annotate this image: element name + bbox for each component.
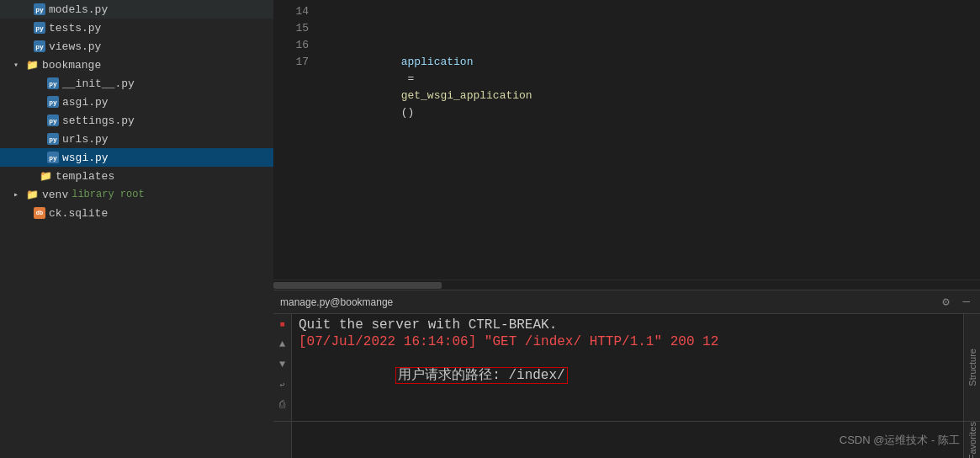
minimize-icon[interactable]: — bbox=[960, 293, 973, 311]
watermark: CSDN @运维技术 - 陈工 bbox=[840, 433, 960, 448]
line-numbers: 14 15 16 17 bbox=[273, 3, 315, 280]
scroll-up-icon[interactable]: ▲ bbox=[276, 338, 289, 351]
scrollbar-thumb bbox=[273, 282, 442, 289]
folder-icon: 📁 bbox=[25, 188, 39, 201]
py-icon: py bbox=[47, 96, 59, 108]
folder-venv[interactable]: ▸ 📁 venv library root bbox=[0, 185, 273, 204]
scroll-down-icon[interactable]: ▼ bbox=[276, 358, 289, 371]
terminal-toolbar: manage.py@bookmange ⚙ — bbox=[273, 290, 980, 314]
vertical-scrollbar[interactable] bbox=[968, 3, 980, 280]
file-name: views.py bbox=[49, 40, 101, 53]
stop-button[interactable]: ■ bbox=[276, 317, 289, 331]
file-list: py models.py py tests.py py views.py ▾ 📁… bbox=[0, 0, 273, 458]
folder-icon: 📁 bbox=[39, 169, 52, 183]
terminal-output: Quit the server with CTRL-BREAK. [07/Jul… bbox=[292, 314, 951, 421]
file-item-wsgi[interactable]: py wsgi.py bbox=[0, 148, 273, 167]
terminal-title: manage.py@bookmange bbox=[280, 296, 393, 308]
folder-arrow-icon bbox=[27, 172, 37, 181]
code-line-15 bbox=[322, 20, 961, 37]
chevron-down-icon: ▾ bbox=[13, 60, 24, 70]
py-icon: py bbox=[47, 114, 59, 126]
file-name: models.py bbox=[49, 3, 108, 16]
py-icon: py bbox=[47, 133, 59, 145]
wrap-icon[interactable]: ↩ bbox=[276, 378, 289, 391]
file-name: wsgi.py bbox=[62, 152, 109, 164]
py-icon: py bbox=[34, 40, 45, 52]
code-content[interactable]: application = get_wsgi_application () bbox=[315, 3, 968, 280]
py-icon: py bbox=[47, 77, 59, 89]
code-line-16: application = get_wsgi_application () bbox=[322, 37, 961, 54]
file-name: settings.py bbox=[62, 114, 135, 127]
file-item-sqlite[interactable]: db ck.sqlite bbox=[0, 204, 273, 222]
terminal-scrollbar[interactable] bbox=[951, 314, 963, 421]
py-icon: py bbox=[47, 152, 59, 163]
folder-name: bookmange bbox=[42, 59, 101, 72]
gear-icon[interactable]: ⚙ bbox=[939, 293, 952, 311]
folder-icon: 📁 bbox=[25, 58, 39, 72]
favorites-label: Favorites bbox=[967, 422, 977, 458]
code-line-14 bbox=[322, 3, 961, 20]
print-icon[interactable]: ⎙ bbox=[276, 398, 289, 412]
chevron-right-icon: ▸ bbox=[13, 189, 24, 200]
file-name: asgi.py bbox=[62, 96, 109, 109]
file-name: tests.py bbox=[49, 22, 101, 35]
file-item-urls[interactable]: py urls.py bbox=[0, 130, 273, 148]
terminal-action-strip: ■ ▲ ▼ ↩ ⎙ bbox=[273, 314, 292, 421]
terminal-line-3: 用户请求的路径: /index/ bbox=[299, 351, 945, 368]
second-row-actions bbox=[273, 422, 292, 458]
code-editor: 14 15 16 17 application = get_wsgi_appli… bbox=[273, 0, 980, 290]
file-item-tests[interactable]: py tests.py bbox=[0, 19, 273, 37]
folder-templates[interactable]: 📁 templates bbox=[0, 167, 273, 185]
structure-label: Structure bbox=[967, 349, 977, 386]
folder-name: venv bbox=[42, 189, 68, 201]
file-item-models[interactable]: py models.py bbox=[0, 0, 273, 19]
terminal-line-2: [07/Jul/2022 16:14:06] "GET /index/ HTTP… bbox=[299, 334, 945, 351]
folder-bookmange[interactable]: ▾ 📁 bookmange bbox=[0, 56, 273, 74]
py-icon: py bbox=[34, 22, 45, 34]
structure-panel: Structure bbox=[963, 314, 980, 421]
file-tree: py models.py py tests.py py views.py ▾ 📁… bbox=[0, 0, 273, 458]
sqlite-icon: db bbox=[34, 207, 45, 219]
file-name: ck.sqlite bbox=[49, 207, 108, 220]
file-item-views[interactable]: py views.py bbox=[0, 37, 273, 56]
terminal-boxed-text: 用户请求的路径: /index/ bbox=[395, 367, 567, 384]
terminal-line-1: Quit the server with CTRL-BREAK. bbox=[299, 317, 945, 334]
file-item-settings[interactable]: py settings.py bbox=[0, 111, 273, 130]
favorites-panel: Favorites bbox=[963, 422, 980, 458]
file-name: __init__.py bbox=[62, 77, 135, 90]
horizontal-scrollbar[interactable] bbox=[273, 280, 980, 290]
file-name: urls.py bbox=[62, 133, 109, 146]
file-item-init[interactable]: py __init__.py bbox=[0, 74, 273, 93]
folder-name: templates bbox=[56, 170, 114, 183]
library-root-label: library root bbox=[72, 189, 144, 200]
py-icon: py bbox=[34, 3, 45, 15]
file-item-asgi[interactable]: py asgi.py bbox=[0, 93, 273, 111]
toolbar-actions: ⚙ — bbox=[939, 293, 973, 311]
